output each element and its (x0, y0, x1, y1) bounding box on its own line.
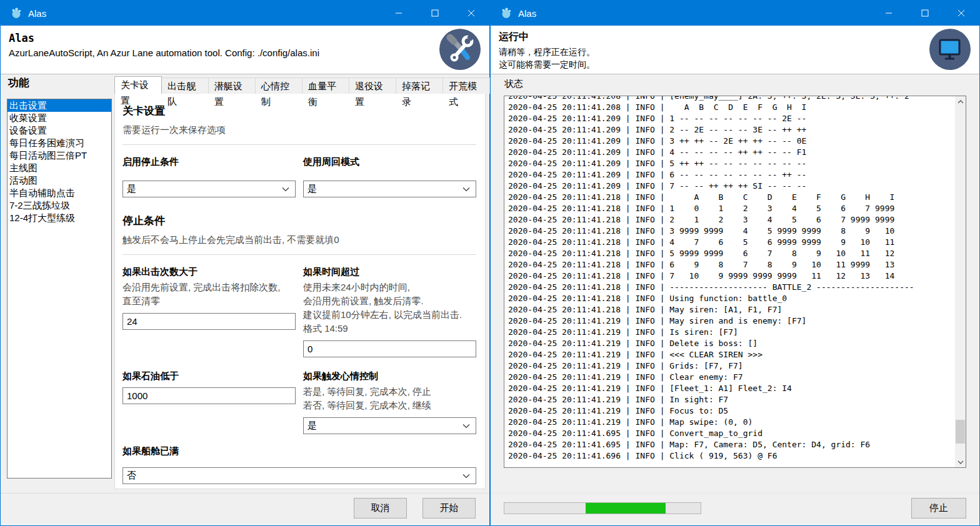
log-line: 2020-04-25 20:11:41.218 | INFO | May sir… (508, 304, 955, 315)
log-line: 2020-04-25 20:11:41.218 | INFO | 7 10 9 … (508, 270, 955, 282)
log-line: 2020-04-25 20:11:41.219 | INFO | May sir… (508, 315, 955, 327)
log-line: 2020-04-25 20:11:41.219 | INFO | In sigh… (508, 394, 955, 405)
monitor-icon (929, 28, 971, 73)
alas-logo-icon (11, 7, 22, 19)
oil-below-label: 如果石油低于 (122, 370, 296, 382)
time-over-input[interactable] (303, 340, 476, 357)
run-message-line2: 这可能将需要一定时间。 (499, 58, 971, 71)
emotion-ctrl-label: 如果触发心情控制 (303, 370, 476, 382)
log-line: 2020-04-25 20:11:41.219 | INFO | Focus t… (508, 405, 955, 417)
tab[interactable]: 潜艇设置 (208, 77, 256, 94)
titlebar[interactable]: Alas (1, 1, 489, 26)
chevron-down-icon (462, 424, 470, 429)
cancel-button[interactable]: 取消 (354, 498, 407, 519)
maximize-button[interactable] (907, 1, 943, 26)
desktop: { "colors": { "titlebar_blue": "#0078d7"… (0, 0, 980, 526)
count-gt-label: 如果出击次数大于 (122, 266, 296, 278)
minimize-button[interactable] (381, 1, 417, 26)
sidebar-item[interactable]: 每日活动图三倍PT (8, 149, 111, 162)
log-line: 2020-04-25 20:11:41.219 | INFO | Is sire… (508, 327, 955, 338)
log-line: 2020-04-25 20:11:41.209 | INFO | 6 -- --… (508, 169, 955, 181)
run-header: 运行中 请稍等，程序正在运行。 这可能将需要一定时间。 (491, 26, 979, 74)
log-line: 2020-04-25 20:11:41.219 | INFO | Clear e… (508, 372, 955, 383)
time-over-label: 如果时间超过 (303, 266, 476, 278)
tab[interactable]: 关卡设置 (114, 76, 162, 94)
log-line: 2020-04-25 20:11:41.218 | INFO | 1 0 1 2… (508, 203, 955, 214)
titlebar[interactable]: Alas (491, 1, 979, 26)
scroll-up-icon[interactable] (955, 96, 966, 107)
stop-condition-desc: 触发后不会马上停止会先完成当前出击, 不需要就填0 (122, 234, 476, 246)
log-line: 2020-04-25 20:11:41.209 | INFO | 4 -- --… (508, 147, 955, 158)
scrollbar-thumb[interactable] (956, 420, 965, 444)
tab[interactable]: 出击舰队 (161, 77, 209, 94)
alas-logo-icon (501, 7, 512, 19)
run-title: 运行中 (499, 31, 971, 44)
sidebar-item[interactable]: 收菜设置 (8, 112, 111, 124)
start-button[interactable]: 开始 (422, 498, 476, 519)
sidebar-item[interactable]: 活动图 (8, 174, 111, 187)
sidebar-item[interactable]: 半自动辅助点击 (8, 187, 111, 199)
stop-button[interactable]: 停止 (911, 498, 966, 519)
sidebar-item[interactable]: 12-4打大型练级 (8, 212, 111, 224)
tools-icon (439, 28, 481, 73)
time-over-desc: 使用未来24小时内的时间, 会沿用先前设置, 触发后清零. 建议提前10分钟左右… (303, 280, 476, 335)
log-line: 2020-04-25 20:11:41.218 | INFO | 3 9999 … (508, 226, 955, 237)
emotion-ctrl-desc: 若是, 等待回复, 完成本次, 停止 若否, 等待回复, 完成本次, 继续 (303, 385, 476, 412)
window-title: Alas (28, 8, 46, 19)
close-button[interactable] (943, 1, 979, 26)
log-line: 2020-04-25 20:11:41.218 | INFO | 5 9999 … (508, 248, 955, 259)
log-line: 2020-04-25 20:11:41.218 | INFO | -------… (508, 282, 955, 293)
dock-full-select[interactable]: 否 (122, 467, 476, 484)
emotion-ctrl-select[interactable]: 是 (303, 417, 476, 434)
enable-stop-label: 启用停止条件 (122, 156, 296, 168)
count-gt-input[interactable] (122, 313, 296, 330)
run-footer: 停止 (491, 493, 979, 525)
cycle-mode-select[interactable]: 是 (303, 181, 476, 197)
sidebar-item[interactable]: 7-2三战拣垃圾 (8, 199, 111, 212)
chevron-down-icon (282, 187, 289, 192)
tab-bar[interactable]: 关卡设置出击舰队潜艇设置心情控制血量平衡退役设置掉落记录开荒模式 (114, 76, 489, 94)
log-scrollbar[interactable] (955, 96, 966, 467)
tab[interactable]: 心情控制 (255, 77, 302, 94)
scroll-down-icon[interactable] (955, 457, 966, 467)
tab[interactable]: 血量平衡 (302, 77, 349, 94)
run-body: 状态 2020-04-25 20:11:41.208 | INFO | [ene… (491, 74, 979, 493)
emotion-ctrl-value: 是 (308, 420, 317, 432)
progress-bar (504, 502, 701, 514)
log-line: 2020-04-25 20:11:41.696 | INFO | Click (… (508, 450, 955, 462)
log-line: 2020-04-25 20:11:41.209 | INFO | 1 -- --… (508, 113, 955, 124)
sidebar-item[interactable]: 出击设置 (8, 99, 111, 112)
sidebar-list[interactable]: 出击设置收菜设置设备设置每日任务困难演习每日活动图三倍PT主线图活动图半自动辅助… (7, 99, 112, 479)
log-line: 2020-04-25 20:11:41.695 | INFO | Map: F7… (508, 439, 955, 450)
sidebar-title: 功能 (8, 76, 29, 90)
tab[interactable]: 退役设置 (349, 77, 396, 94)
tab[interactable]: 开荒模式 (442, 77, 490, 94)
enable-stop-select[interactable]: 是 (122, 181, 296, 197)
run-message-line1: 请稍等，程序正在运行。 (499, 46, 971, 58)
log-line: 2020-04-25 20:11:41.219 | INFO | Grids: … (508, 360, 955, 372)
maximize-button[interactable] (417, 1, 453, 26)
sidebar-item[interactable]: 每日任务困难演习 (8, 137, 111, 149)
oil-below-input[interactable] (122, 387, 296, 404)
minimize-button[interactable] (871, 1, 907, 26)
sidebar-item[interactable]: 主线图 (8, 162, 111, 174)
log-line: 2020-04-25 20:11:41.208 | INFO | A B C D… (508, 102, 955, 113)
log-line: 2020-04-25 20:11:41.209 | INFO | 7 -- --… (508, 181, 955, 192)
tab[interactable]: 掉落记录 (396, 77, 443, 94)
cycle-mode-label: 使用周回模式 (303, 156, 476, 168)
running-window: Alas 运行中 请稍等，程序正在运行。 这可能将需要一定时间。 状态 2020… (490, 0, 980, 526)
dock-full-value: 否 (127, 470, 136, 482)
log-line: 2020-04-25 20:11:41.219 | INFO | <<< CLE… (508, 349, 955, 360)
log-line: 2020-04-25 20:11:41.209 | INFO | 3 ++ ++… (508, 136, 955, 147)
sidebar-item[interactable]: 设备设置 (8, 124, 111, 137)
app-header: Alas AzurLaneAutoScript, An Azur Lane au… (1, 26, 489, 74)
status-label: 状态 (504, 78, 523, 90)
log-line: 2020-04-25 20:11:41.209 | INFO | 5 ++ ++… (508, 158, 955, 169)
log-line: 2020-04-25 20:11:41.218 | INFO | A B C D… (508, 192, 955, 203)
divider (122, 144, 476, 145)
log-line: 2020-04-25 20:11:41.218 | INFO | 4 7 6 5… (508, 237, 955, 248)
progress-chunk (586, 503, 666, 514)
log-box: 2020-04-25 20:11:41.208 | INFO | [enemy_… (504, 96, 966, 468)
close-button[interactable] (453, 1, 489, 26)
dock-full-label: 如果船舱已满 (122, 445, 476, 457)
